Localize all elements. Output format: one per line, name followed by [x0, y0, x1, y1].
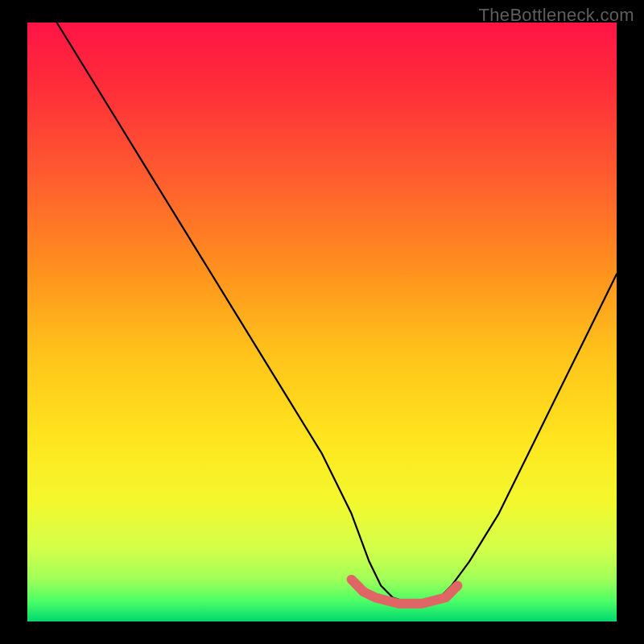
bottleneck-chart — [0, 0, 644, 644]
app-frame: TheBottleneck.com — [0, 0, 644, 644]
plot-background — [27, 23, 617, 621]
watermark-text: TheBottleneck.com — [479, 5, 634, 26]
